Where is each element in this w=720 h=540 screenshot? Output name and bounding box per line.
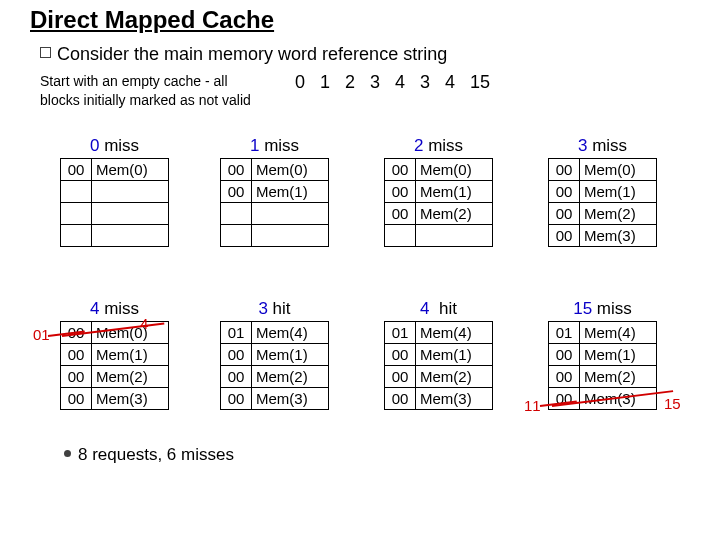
data-cell (92, 225, 169, 247)
cache-table: 00Mem(0) 00Mem(1) (220, 158, 329, 247)
cache-step-0: 0 miss 00Mem(0) (60, 136, 169, 247)
tag-cell: 00 (549, 366, 580, 388)
step-outcome: miss (104, 136, 139, 155)
step-outcome: miss (597, 299, 632, 318)
tag-cell: 00 (385, 388, 416, 410)
data-cell: Mem(4) (252, 322, 329, 344)
intro-text: Consider the main memory word reference … (57, 44, 447, 64)
intro-line: Consider the main memory word reference … (40, 44, 447, 65)
step-number: 3 (258, 299, 267, 318)
cache-step-4: 4 miss 00Mem(0) 00Mem(1) 00Mem(2) 00Mem(… (60, 299, 169, 410)
tag-cell: 01 (385, 322, 416, 344)
tag-cell: 00 (221, 366, 252, 388)
data-cell: Mem(0) (580, 159, 657, 181)
annot-new-data-15: 15 (664, 395, 681, 412)
tag-cell: 00 (549, 181, 580, 203)
step-outcome: miss (592, 136, 627, 155)
page-title: Direct Mapped Cache (30, 6, 274, 34)
data-cell (416, 225, 493, 247)
step-number: 3 (578, 136, 587, 155)
data-cell: Mem(2) (252, 366, 329, 388)
step-number: 15 (573, 299, 592, 318)
annot-new-tag-15: 11 (524, 397, 541, 414)
step-outcome: hit (273, 299, 291, 318)
tag-cell: 00 (61, 366, 92, 388)
data-cell: Mem(1) (580, 181, 657, 203)
tag-cell (221, 225, 252, 247)
tag-cell (61, 181, 92, 203)
cache-table: 00Mem(0) 00Mem(1) 00Mem(2) 00Mem(3) (548, 158, 657, 247)
tag-cell: 00 (385, 366, 416, 388)
data-cell: Mem(2) (92, 366, 169, 388)
tag-cell: 00 (221, 181, 252, 203)
sub-note: Start with an empty cache - all blocks i… (40, 72, 270, 110)
reference-string: 0 1 2 3 4 3 4 15 (295, 72, 490, 93)
data-cell (92, 181, 169, 203)
data-cell (252, 203, 329, 225)
footer-summary: 8 requests, 6 misses (64, 445, 234, 465)
step-outcome: miss (428, 136, 463, 155)
step-number: 0 (90, 136, 99, 155)
data-cell: Mem(1) (92, 344, 169, 366)
data-cell: Mem(1) (580, 344, 657, 366)
cache-step-3: 3 miss 00Mem(0) 00Mem(1) 00Mem(2) 00Mem(… (548, 136, 657, 247)
tag-cell: 00 (385, 344, 416, 366)
tag-cell (385, 225, 416, 247)
cache-step-5: 3 hit 01Mem(4) 00Mem(1) 00Mem(2) 00Mem(3… (220, 299, 329, 410)
tag-cell: 00 (549, 203, 580, 225)
tag-cell (61, 203, 92, 225)
cache-table: 00Mem(0) (60, 158, 169, 247)
tag-cell: 00 (61, 344, 92, 366)
tag-cell: 00 (61, 388, 92, 410)
cache-step-6: 4 hit 01Mem(4) 00Mem(1) 00Mem(2) 00Mem(3… (384, 299, 493, 410)
data-cell (252, 225, 329, 247)
step-outcome: miss (104, 299, 139, 318)
data-cell: Mem(0) (252, 159, 329, 181)
data-cell: Mem(4) (416, 322, 493, 344)
data-cell: Mem(0) (92, 159, 169, 181)
data-cell: Mem(2) (416, 203, 493, 225)
data-cell: Mem(2) (580, 203, 657, 225)
tag-cell: 00 (549, 159, 580, 181)
bullet-square-icon (40, 47, 51, 58)
data-cell: Mem(3) (92, 388, 169, 410)
tag-cell: 00 (61, 159, 92, 181)
cache-table: 00Mem(0) 00Mem(1) 00Mem(2) (384, 158, 493, 247)
tag-cell: 00 (385, 203, 416, 225)
tag-cell: 00 (221, 344, 252, 366)
data-cell (92, 203, 169, 225)
tag-cell (61, 225, 92, 247)
data-cell: Mem(2) (416, 366, 493, 388)
bullet-dot-icon (64, 450, 71, 457)
data-cell: Mem(3) (416, 388, 493, 410)
tag-cell: 00 (549, 225, 580, 247)
step-outcome: hit (439, 299, 457, 318)
data-cell: Mem(3) (252, 388, 329, 410)
tag-cell: 00 (385, 181, 416, 203)
step-number: 1 (250, 136, 259, 155)
cache-table: 01Mem(4) 00Mem(1) 00Mem(2) 00Mem(3) (548, 321, 657, 410)
cache-step-2: 2 miss 00Mem(0) 00Mem(1) 00Mem(2) (384, 136, 493, 247)
tag-cell: 00 (549, 344, 580, 366)
data-cell: Mem(0) (416, 159, 493, 181)
step-outcome: miss (264, 136, 299, 155)
cache-step-1: 1 miss 00Mem(0) 00Mem(1) (220, 136, 329, 247)
tag-cell: 00 (385, 159, 416, 181)
cache-table: 01Mem(4) 00Mem(1) 00Mem(2) 00Mem(3) (384, 321, 493, 410)
data-cell: Mem(1) (416, 181, 493, 203)
cache-table: 01Mem(4) 00Mem(1) 00Mem(2) 00Mem(3) (220, 321, 329, 410)
tag-cell: 01 (549, 322, 580, 344)
tag-cell: 00 (221, 159, 252, 181)
data-cell: Mem(2) (580, 366, 657, 388)
data-cell: Mem(4) (580, 322, 657, 344)
data-cell: Mem(1) (252, 181, 329, 203)
step-number: 4 (90, 299, 99, 318)
tag-cell: 01 (221, 322, 252, 344)
footer-text: 8 requests, 6 misses (78, 445, 234, 464)
data-cell: Mem(1) (416, 344, 493, 366)
data-cell: Mem(1) (252, 344, 329, 366)
step-number: 4 (420, 299, 429, 318)
data-cell: Mem(3) (580, 225, 657, 247)
tag-cell (221, 203, 252, 225)
tag-cell: 00 (221, 388, 252, 410)
